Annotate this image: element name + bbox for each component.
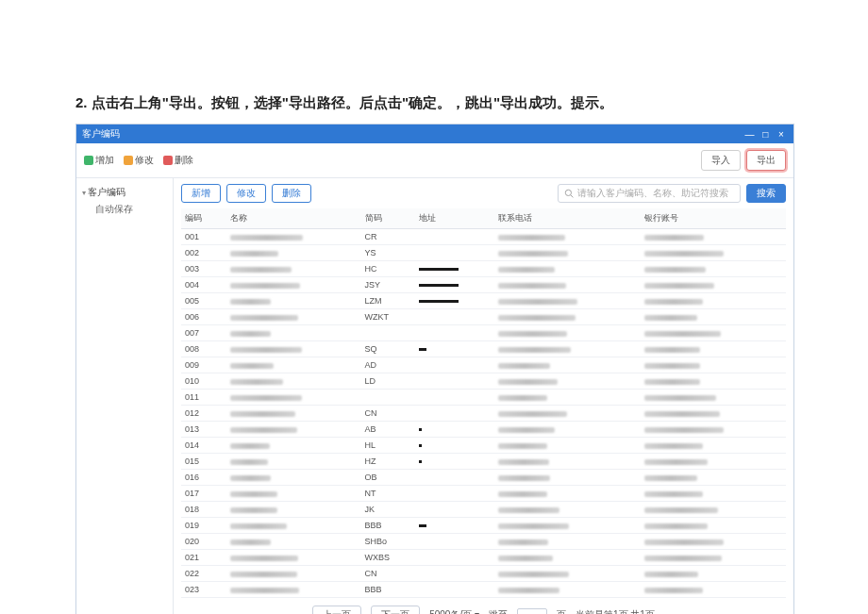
cell-phone (494, 486, 640, 502)
cell-name (226, 550, 361, 566)
data-table: 编码名称简码地址联系电话银行账号 001CR002YS003HC004JSY00… (181, 208, 786, 598)
cell-bank (641, 502, 786, 518)
cell-bank (641, 534, 786, 550)
cell-abbr: BBB (361, 518, 416, 534)
cell-abbr: CN (361, 406, 416, 422)
table-row[interactable]: 013AB (181, 422, 786, 438)
cell-abbr: OB (361, 470, 416, 486)
table-row[interactable]: 018JK (181, 502, 786, 518)
sidebar-child-item[interactable]: 自动保存 (82, 203, 167, 216)
table-row[interactable]: 008SQ (181, 341, 786, 357)
cell-address (415, 245, 494, 261)
table-row[interactable]: 012CN (181, 406, 786, 422)
table-row[interactable]: 019BBB (181, 518, 786, 534)
table-row[interactable]: 003HC (181, 261, 786, 277)
cell-code: 006 (181, 309, 226, 325)
table-row[interactable]: 002YS (181, 245, 786, 261)
cell-name (226, 390, 361, 406)
add-button[interactable]: 新增 (181, 184, 221, 203)
window-controls: — □ × (743, 129, 788, 140)
cell-abbr: AB (361, 422, 416, 438)
cell-phone (494, 470, 640, 486)
table-row[interactable]: 020SHBo (181, 534, 786, 550)
search-button[interactable]: 搜索 (746, 184, 786, 203)
cell-phone (494, 293, 640, 309)
cell-name (226, 470, 361, 486)
table-row[interactable]: 010LD (181, 373, 786, 390)
toolbar-edit[interactable]: 修改 (124, 154, 154, 167)
cell-address (415, 293, 494, 309)
cell-bank (641, 293, 786, 309)
table-header[interactable]: 编码 (181, 208, 226, 229)
import-button[interactable]: 导入 (701, 150, 741, 171)
cell-phone (494, 325, 640, 341)
next-page-button[interactable]: 下一页 (371, 606, 420, 614)
page-unit: 页 (557, 608, 566, 614)
cell-phone (494, 550, 640, 566)
search-placeholder: 请输入客户编码、名称、助记符搜索 (577, 187, 728, 200)
cell-address (415, 309, 494, 325)
cell-address (415, 454, 494, 470)
cell-phone (494, 534, 640, 550)
table-header[interactable]: 地址 (415, 208, 494, 229)
table-row[interactable]: 006WZKT (181, 309, 786, 325)
table-row[interactable]: 023BBB (181, 582, 786, 598)
cell-name (226, 325, 361, 341)
cell-name (226, 229, 361, 245)
table-header[interactable]: 简码 (361, 208, 416, 229)
table-row[interactable]: 007 (181, 325, 786, 341)
page-input[interactable] (517, 608, 547, 615)
cell-name (226, 293, 361, 309)
cell-bank (641, 406, 786, 422)
cell-abbr: SQ (361, 341, 416, 357)
pagination: 上一页 下一页 5000条/页 ▾ 跳至 页 当前是第1页 共1页 (181, 598, 786, 614)
plus-icon (84, 156, 93, 165)
page-size-select[interactable]: 5000条/页 ▾ (429, 608, 479, 614)
cell-abbr: LZM (361, 293, 416, 309)
table-row[interactable]: 022CN (181, 566, 786, 582)
table-row[interactable]: 016OB (181, 470, 786, 486)
cell-code: 005 (181, 293, 226, 309)
cell-abbr: CR (361, 229, 416, 245)
cell-name (226, 566, 361, 582)
delete-button[interactable]: 删除 (272, 184, 311, 203)
table-row[interactable]: 004JSY (181, 277, 786, 293)
cell-abbr: WZKT (361, 309, 416, 325)
table-header[interactable]: 银行账号 (641, 208, 786, 229)
cell-bank (641, 582, 786, 598)
table-row[interactable]: 009AD (181, 357, 786, 373)
edit-button[interactable]: 修改 (226, 184, 266, 203)
cell-code: 012 (181, 406, 226, 422)
table-row[interactable]: 005LZM (181, 293, 786, 309)
minimize-button[interactable]: — (743, 129, 756, 140)
cell-abbr (361, 390, 416, 406)
table-row[interactable]: 021WXBS (181, 550, 786, 566)
table-row[interactable]: 015HZ (181, 454, 786, 470)
maximize-button[interactable]: □ (759, 129, 772, 140)
sidebar-parent-item[interactable]: 客户编码 (82, 186, 167, 199)
table-row[interactable]: 017NT (181, 486, 786, 502)
table-header[interactable]: 名称 (226, 208, 361, 229)
cell-abbr: NT (361, 486, 416, 502)
cell-bank (641, 518, 786, 534)
table-header[interactable]: 联系电话 (494, 208, 640, 229)
cell-phone (494, 245, 640, 261)
search-icon (564, 189, 574, 198)
cell-phone (494, 422, 640, 438)
table-row[interactable]: 011 (181, 390, 786, 406)
toolbar-delete[interactable]: 删除 (163, 154, 193, 167)
table-row[interactable]: 014HL (181, 438, 786, 454)
cell-address (415, 534, 494, 550)
cell-address (415, 550, 494, 566)
table-row[interactable]: 001CR (181, 229, 786, 245)
cell-address (415, 357, 494, 373)
cell-abbr: JK (361, 502, 416, 518)
cell-code: 013 (181, 422, 226, 438)
cell-phone (494, 341, 640, 357)
close-button[interactable]: × (775, 129, 788, 140)
search-input[interactable]: 请输入客户编码、名称、助记符搜索 (558, 184, 741, 203)
toolbar-add[interactable]: 增加 (84, 154, 114, 167)
prev-page-button[interactable]: 上一页 (312, 606, 361, 614)
export-button[interactable]: 导出 (746, 150, 786, 171)
cell-code: 017 (181, 486, 226, 502)
